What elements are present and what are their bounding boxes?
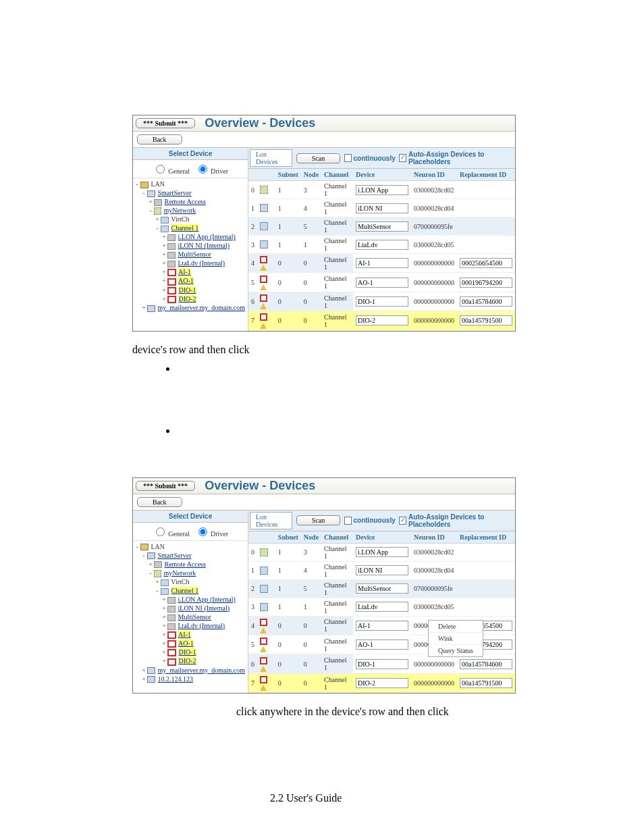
tree-node[interactable]: + DIO-1 [134,286,248,294]
tree-node[interactable]: + i.LON App (Internal) [134,595,248,604]
auto-assign-label: Auto-Assign Devices to Placeholders [408,151,514,165]
auto-assign-checkbox[interactable]: ✓ [399,517,406,525]
tree-node[interactable]: + iLON NI (Internal) [134,604,248,613]
replacement-id-input[interactable] [460,315,512,325]
table-row[interactable]: 0 13Channel 103000028cd02 [248,181,515,199]
continuously-checkbox[interactable] [344,154,352,162]
scan-button[interactable]: Scan [296,153,340,163]
table-row[interactable]: 2 15Channel 10700000095fe [248,217,515,236]
tree-node[interactable]: + LtaLdv (Internal) [134,259,248,267]
device-name-input[interactable] [356,640,408,650]
tree-node[interactable]: + DIO-2 [134,294,248,303]
tree-node[interactable]: + VirtCh [134,215,248,224]
tree-node[interactable]: - Channel 1 [134,224,248,232]
device-name-input[interactable] [356,678,408,688]
tree-node[interactable]: + i.LON App (Internal) [134,232,248,241]
tree-node[interactable]: - SmartServer [134,188,248,197]
table-row[interactable]: 6 00Channel 1000000000000 [248,292,515,311]
device-name-input[interactable] [356,315,408,325]
tree-node[interactable]: + AI-1 [134,267,248,276]
tree-node[interactable]: - myNetwork [134,206,248,215]
device-name-input[interactable] [356,185,408,195]
continuously-label: continuously [354,155,396,162]
table-row[interactable]: 0 13Channel 103000028cd02 [248,543,515,561]
table-row[interactable]: 1 14Channel 103000028cd04 [248,199,515,217]
back-button[interactable]: Back [137,497,182,507]
context-menu-item[interactable]: Query Status [429,645,483,656]
auto-assign-checkbox[interactable]: ✓ [399,154,406,162]
mode-radios[interactable]: General Driver [133,523,248,541]
device-name-input[interactable] [356,296,408,307]
back-button[interactable]: Back [137,134,182,145]
tree-node[interactable]: + AO-1 [134,276,248,285]
driver-radio[interactable] [198,527,207,536]
tree-node[interactable]: + my_mailserver.my_domain.com [134,666,248,675]
tree-node[interactable]: - myNetwork [134,569,248,577]
tree-node[interactable]: + VirtCh [134,577,248,586]
replacement-id-input[interactable] [460,278,512,288]
device-name-input[interactable] [356,240,408,250]
tree-node[interactable]: + MultiSensor [134,250,248,259]
device-name-input[interactable] [356,565,408,575]
submit-button[interactable]: *** Submit *** [136,481,195,491]
tree-node[interactable]: + Remote Access [134,197,248,206]
tree-node[interactable]: + my_mailserver.my_domain.com [134,303,248,312]
device-name-input[interactable] [356,621,408,631]
overview-devices-panel: *** Submit *** Overview - Devices Back S… [132,115,516,332]
continuously-label: continuously [354,517,396,524]
device-name-input[interactable] [356,659,408,669]
device-name-input[interactable] [356,602,408,612]
select-device-header: Select Device [133,511,248,523]
table-row[interactable]: 3 11Channel 103000028cd05 [248,236,515,254]
submit-button[interactable]: *** Submit *** [136,118,195,128]
table-row[interactable]: 1 14Channel 103000028cd04 [248,561,515,579]
device-name-input[interactable] [356,258,408,268]
table-row[interactable]: 5 00Channel 1000000000000 [248,273,515,292]
tree-node[interactable]: - SmartServer [134,551,248,560]
tree-node[interactable]: + 10.2.124.123 [134,675,248,683]
tree-node[interactable]: + AI-1 [134,630,248,639]
replacement-id-input[interactable] [460,678,512,688]
devices-table[interactable]: SubnetNodeChannelDeviceNeuron IDReplacem… [248,531,515,694]
tree-node[interactable]: + DIO-2 [134,656,248,665]
replacement-id-input[interactable] [460,659,512,669]
table-row[interactable]: 6 00Channel 1000000000000 [248,654,515,673]
lon-devices-tab[interactable]: Lon Devices [250,149,292,167]
device-name-input[interactable] [356,203,408,213]
device-name-input[interactable] [356,547,408,557]
table-row[interactable]: 4 00Channel 1000000000000 [248,254,515,273]
tree-node[interactable]: + LtaLdv (Internal) [134,621,248,630]
driver-radio[interactable] [198,165,207,174]
tree-node[interactable]: + DIO-1 [134,648,248,656]
tree-node[interactable]: + MultiSensor [134,613,248,621]
context-menu-item[interactable]: Delete [429,621,483,633]
mode-radios[interactable]: General Driver [133,160,248,178]
tree-node[interactable]: - LAN [134,542,248,551]
bullet-list [150,363,644,437]
tree-node[interactable]: - LAN [134,180,248,188]
table-row[interactable]: 7 00Channel 1000000000000 [248,673,515,692]
general-radio[interactable] [156,527,165,536]
devices-table[interactable]: SubnetNodeChannelDeviceNeuron IDReplacem… [248,169,515,331]
replacement-id-input[interactable] [460,258,512,268]
table-row[interactable]: 3 11Channel 103000028cd05 [248,598,515,616]
device-name-input[interactable] [356,583,408,594]
replacement-id-input[interactable] [460,296,512,307]
tree-node[interactable]: - Channel 1 [134,586,248,595]
tree-node[interactable]: + AO-1 [134,639,248,648]
scan-button[interactable]: Scan [296,515,340,525]
overview-devices-panel-2: *** Submit *** Overview - Devices Back S… [132,477,516,694]
device-name-input[interactable] [356,278,408,288]
table-row[interactable]: 7 00Channel 1000000000000 [248,311,515,330]
continuously-checkbox[interactable] [344,517,352,525]
tree-node[interactable]: + iLON NI (Internal) [134,241,248,250]
table-row[interactable]: 2 15Channel 10700000095fe [248,579,515,598]
device-name-input[interactable] [356,221,408,232]
lon-devices-tab[interactable]: Lon Devices [250,512,292,529]
device-grid-panel: Lon Devices Scan continuously ✓ Auto-Ass… [248,148,515,331]
context-menu-item[interactable]: Wink [429,633,483,645]
body-text: device's row and then click [132,344,514,356]
context-menu[interactable]: DeleteWinkQuery Status [428,620,483,657]
tree-node[interactable]: + Remote Access [134,560,248,569]
general-radio[interactable] [156,165,165,174]
